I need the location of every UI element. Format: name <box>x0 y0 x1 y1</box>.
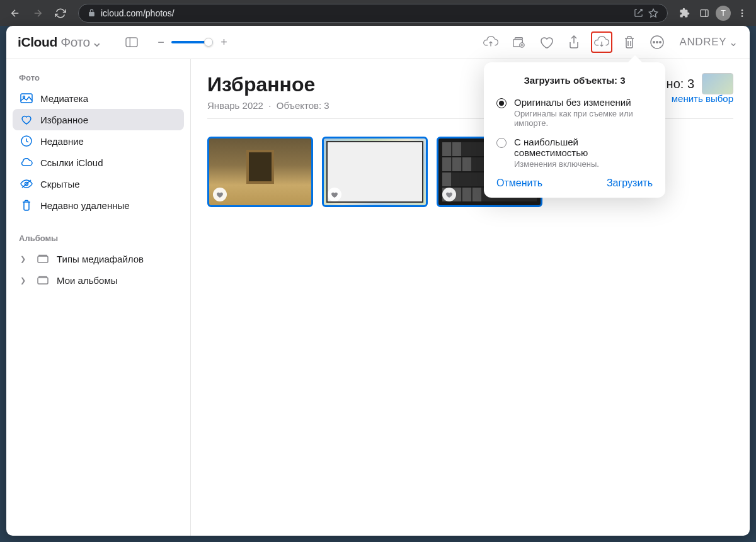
app-toolbar: iCloud Фото⌄ − + ANDREY⌄ <box>6 26 750 59</box>
sidebar-item-favorites[interactable]: Избранное <box>13 109 184 130</box>
sidebar-item-recently-deleted[interactable]: Недавно удаленные <box>13 195 184 216</box>
download-popover: Загрузить объекты: 3 Оригиналы без измен… <box>484 62 665 198</box>
zoom-out-button[interactable]: − <box>155 36 166 49</box>
zoom-slider[interactable] <box>171 41 213 43</box>
zoom-in-button[interactable]: + <box>218 36 229 49</box>
selection-status: но: 3 <box>667 73 733 94</box>
radio-icon <box>496 138 507 148</box>
download-confirm-button[interactable]: Загрузить <box>607 178 653 189</box>
url-bar[interactable]: icloud.com/photos/ <box>78 4 668 23</box>
change-selection-link[interactable]: менить выбор <box>672 93 733 104</box>
extensions-icon[interactable] <box>675 4 693 22</box>
photo-thumb[interactable] <box>207 137 313 207</box>
photo-thumb[interactable] <box>322 137 428 207</box>
cancel-button[interactable]: Отменить <box>496 178 542 189</box>
svg-point-12 <box>660 42 661 43</box>
svg-point-3 <box>742 12 743 14</box>
sidebar-item-library[interactable]: Медиатека <box>13 88 184 109</box>
favorite-button[interactable] <box>536 31 557 53</box>
zoom-control[interactable]: − + <box>155 36 229 49</box>
add-album-button[interactable] <box>508 31 529 53</box>
chevron-right-icon: ❯ <box>20 276 29 285</box>
more-button[interactable] <box>646 31 668 53</box>
url-text: icloud.com/photos/ <box>101 8 629 18</box>
clock-icon <box>20 135 33 147</box>
sidebar-item-recents[interactable]: Недавние <box>13 130 184 152</box>
sidebar-item-media-types[interactable]: ❯Типы медиафайлов <box>13 248 184 269</box>
sidebar-toggle-button[interactable] <box>121 31 142 53</box>
chevron-down-icon: ⌄ <box>729 36 738 49</box>
heart-icon <box>442 188 456 201</box>
back-button[interactable] <box>5 3 25 23</box>
library-icon <box>20 92 33 104</box>
icloud-photos-app: iCloud Фото⌄ − + ANDREY⌄ Фото Медиатека … <box>6 26 750 536</box>
app-title[interactable]: iCloud Фото⌄ <box>18 35 102 50</box>
svg-rect-0 <box>701 9 708 16</box>
eye-off-icon <box>20 178 33 190</box>
radio-icon <box>496 98 507 108</box>
sidebar-item-icloud-links[interactable]: Ссылки iCloud <box>13 152 184 173</box>
svg-point-14 <box>23 96 25 98</box>
radio-originals[interactable]: Оригиналы без изменений Оригиналы как пр… <box>496 97 653 128</box>
upload-button[interactable] <box>480 31 501 53</box>
forward-button[interactable] <box>28 3 48 23</box>
folder-icon <box>37 274 49 286</box>
svg-rect-18 <box>38 256 48 263</box>
share-icon[interactable] <box>634 8 643 18</box>
sidebar-section-albums: Альбомы <box>13 230 184 248</box>
main-content: Избранное Январь 2022 · Объектов: 3 <box>191 59 750 536</box>
svg-point-11 <box>656 42 658 43</box>
chevron-down-icon: ⌄ <box>91 35 103 49</box>
sidebar-item-hidden[interactable]: Скрытые <box>13 173 184 195</box>
reload-button[interactable] <box>50 3 71 23</box>
popover-title: Загрузить объекты: 3 <box>496 75 653 86</box>
lock-icon <box>88 9 96 17</box>
chevron-right-icon: ❯ <box>20 255 29 263</box>
radio-compatible[interactable]: С наибольшей совместимостью Изменения вк… <box>496 137 653 169</box>
mini-thumb <box>702 73 733 94</box>
delete-button[interactable] <box>619 31 640 53</box>
heart-icon <box>213 188 227 201</box>
svg-point-4 <box>742 15 743 17</box>
svg-point-2 <box>742 9 743 11</box>
trash-icon <box>20 199 33 212</box>
heart-icon <box>20 113 33 126</box>
svg-rect-5 <box>126 38 137 47</box>
painting-placeholder <box>246 150 274 184</box>
download-button[interactable] <box>591 31 612 53</box>
user-menu[interactable]: ANDREY⌄ <box>679 36 738 49</box>
sidebar: Фото Медиатека Избранное Недавние Ссылки… <box>6 59 191 536</box>
svg-point-10 <box>653 42 655 43</box>
sidebar-section-photos: Фото <box>13 69 184 88</box>
browser-toolbar: icloud.com/photos/ T <box>0 0 756 26</box>
menu-icon[interactable] <box>733 4 751 22</box>
panel-icon[interactable] <box>696 4 713 22</box>
svg-rect-19 <box>38 278 48 284</box>
heart-icon <box>328 188 341 201</box>
folder-icon <box>37 252 49 265</box>
star-icon[interactable] <box>648 8 658 18</box>
cloud-icon <box>20 156 33 169</box>
profile-avatar[interactable]: T <box>716 6 731 21</box>
sidebar-item-my-albums[interactable]: ❯Мои альбомы <box>13 269 184 291</box>
share-button[interactable] <box>563 31 585 53</box>
